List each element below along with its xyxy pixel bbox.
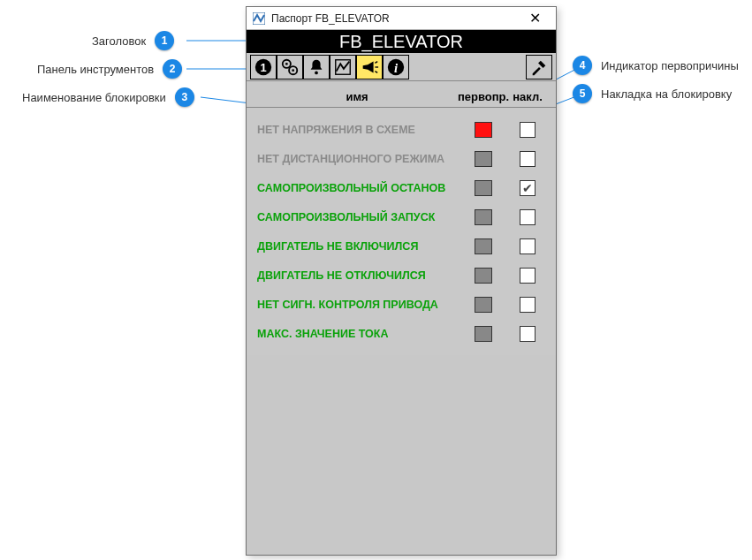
first-cause-indicator: [475, 297, 492, 313]
first-cause-indicator: [475, 268, 492, 284]
page-title: FB_ELEVATOR: [247, 30, 556, 53]
trend-button[interactable]: [330, 55, 356, 79]
overlay-checkbox[interactable]: [520, 326, 536, 342]
svg-line-14: [375, 61, 377, 63]
row-name: САМОПРОИЗВОЛЬНЫЙ ОСТАНОВ: [257, 182, 457, 194]
table-row: НЕТ НАПРЯЖЕНИЯ В СХЕМЕ: [257, 115, 545, 144]
svg-line-16: [375, 71, 377, 72]
table-row: НЕТ СИГН. КОНТРОЛЯ ПРИВОДА: [257, 290, 545, 319]
svg-point-9: [285, 62, 288, 64]
callout-marker: 2: [163, 59, 182, 79]
first-cause-indicator: [475, 180, 492, 196]
overlay-cell: [510, 209, 545, 225]
gears-icon: [280, 57, 300, 77]
column-name-header: имя: [257, 90, 457, 103]
callout-marker: 5: [573, 84, 592, 103]
row-name: ДВИГАТЕЛЬ НЕ ВКЛЮЧИЛСЯ: [257, 240, 457, 253]
callout-4: 4 Индикатор первопричины: [573, 56, 739, 75]
close-button[interactable]: ✕: [519, 10, 551, 26]
callout-label: Накладка на блокировку: [601, 87, 732, 101]
bell-icon: [307, 57, 326, 77]
table-row: ДВИГАТЕЛЬ НЕ ОТКЛЮЧИЛСЯ: [257, 261, 545, 290]
rows-list: НЕТ НАПРЯЖЕНИЯ В СХЕМЕНЕТ ДИСТАНЦИОННОГО…: [247, 108, 556, 355]
callout-marker: 1: [155, 31, 174, 50]
blockings-button[interactable]: [356, 55, 383, 79]
column-indicator-header: первопр.: [457, 90, 510, 103]
alerts-button[interactable]: [303, 55, 330, 79]
callout-label: Панель инструментов: [37, 63, 154, 76]
row-name: НЕТ ДИСТАНЦИОННОГО РЕЖИМА: [257, 153, 457, 165]
indicator-cell: [457, 238, 510, 254]
megaphone-icon: [360, 57, 379, 77]
overlay-cell: [510, 326, 545, 342]
callout-2: Панель инструментов 2: [37, 59, 182, 79]
info-icon: i: [386, 57, 406, 77]
first-cause-indicator: [475, 326, 492, 342]
overlay-cell: [510, 151, 545, 167]
table-row: САМОПРОИЗВОЛЬНЫЙ ОСТАНОВ✔: [257, 173, 545, 202]
header-text: FB_ELEVATOR: [339, 32, 463, 52]
svg-text:1: 1: [260, 60, 266, 73]
tools-icon: [529, 57, 549, 77]
tab-1-button[interactable]: 1: [250, 55, 277, 79]
column-overlay-header: накл.: [510, 90, 545, 103]
table-row: ДВИГАТЕЛЬ НЕ ВКЛЮЧИЛСЯ: [257, 231, 545, 261]
toolbar: 1 i: [247, 53, 556, 81]
table-row: МАКС. ЗНАЧЕНИЕ ТОКА: [257, 319, 545, 348]
first-cause-indicator: [475, 151, 492, 167]
info-button[interactable]: i: [383, 55, 409, 79]
svg-text:i: i: [394, 60, 398, 74]
settings-button[interactable]: [277, 55, 303, 79]
overlay-checkbox[interactable]: [520, 122, 536, 138]
callout-3: Наименование блокировки 3: [22, 87, 194, 107]
indicator-cell: [457, 122, 510, 138]
indicator-cell: [457, 209, 510, 225]
overlay-checkbox[interactable]: [520, 297, 536, 313]
svg-point-11: [292, 69, 294, 72]
svg-point-12: [315, 71, 318, 74]
indicator-cell: [457, 297, 510, 313]
callout-marker: 3: [175, 87, 194, 107]
row-name: ДВИГАТЕЛЬ НЕ ОТКЛЮЧИЛСЯ: [257, 269, 457, 282]
row-name: МАКС. ЗНАЧЕНИЕ ТОКА: [257, 328, 457, 340]
overlay-checkbox[interactable]: [520, 209, 536, 225]
overlay-checkbox[interactable]: [520, 268, 536, 284]
callout-marker: 4: [573, 56, 592, 75]
indicator-cell: [457, 180, 510, 196]
overlay-checkbox[interactable]: [520, 151, 536, 167]
overlay-cell: [510, 238, 545, 254]
row-name: САМОПРОИЗВОЛЬНЫЙ ЗАПУСК: [257, 211, 457, 223]
app-icon: [252, 11, 266, 26]
indicator-cell: [457, 326, 510, 342]
window-title: Паспорт FB_ELEVATOR: [271, 12, 519, 25]
overlay-checkbox[interactable]: [520, 238, 536, 254]
dialog-window: Паспорт FB_ELEVATOR ✕ FB_ELEVATOR 1 i им…: [246, 6, 557, 556]
overlay-cell: [510, 122, 545, 138]
callout-label: Индикатор первопричины: [601, 59, 739, 72]
overlay-cell: [510, 268, 545, 284]
indicator-cell: [457, 268, 510, 284]
tools-button[interactable]: [526, 55, 552, 79]
first-cause-indicator: [475, 209, 492, 225]
overlay-checkbox[interactable]: ✔: [520, 180, 536, 196]
table-row: НЕТ ДИСТАНЦИОННОГО РЕЖИМА: [257, 144, 545, 173]
callout-5: 5 Накладка на блокировку: [573, 84, 732, 103]
row-name: НЕТ НАПРЯЖЕНИЯ В СХЕМЕ: [257, 124, 457, 136]
row-name: НЕТ СИГН. КОНТРОЛЯ ПРИВОДА: [257, 299, 457, 311]
overlay-cell: ✔: [510, 180, 545, 196]
callout-label: Заголовок: [92, 34, 146, 48]
first-cause-indicator: [475, 238, 492, 254]
overlay-cell: [510, 297, 545, 313]
chart-icon: [333, 57, 353, 77]
titlebar[interactable]: Паспорт FB_ELEVATOR ✕: [247, 7, 556, 30]
table-row: САМОПРОИЗВОЛЬНЫЙ ЗАПУСК: [257, 202, 545, 231]
callout-1: Заголовок 1: [92, 31, 174, 50]
column-headers: имя первопр. накл.: [247, 81, 556, 108]
first-cause-indicator: [475, 122, 492, 138]
callout-label: Наименование блокировки: [22, 91, 166, 104]
indicator-cell: [457, 151, 510, 167]
